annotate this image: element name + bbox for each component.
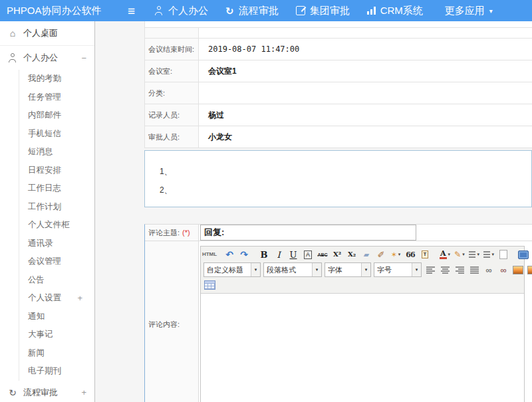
italic-button[interactable]: I <box>272 248 285 261</box>
comment-subject-input[interactable] <box>200 225 416 241</box>
quick-format-icon[interactable]: ✶▾ <box>389 248 402 261</box>
font-select[interactable]: 字体▾ <box>325 262 371 277</box>
unlink-icon[interactable]: ∞ <box>497 263 510 276</box>
sidebar-item[interactable]: 新闻 <box>19 344 94 363</box>
image-upload-icon[interactable] <box>526 263 532 276</box>
highlight-color-icon[interactable]: ✎▾ <box>453 248 466 261</box>
format-select[interactable]: 段落格式▾ <box>263 262 322 277</box>
undo-icon[interactable]: ↶ <box>223 248 236 261</box>
sidebar-item[interactable]: 电子期刊 <box>19 362 94 381</box>
sidebar-item[interactable]: 工作计划 <box>19 198 94 217</box>
sidebar-item[interactable]: 会议管理 <box>19 252 94 271</box>
blockquote-button[interactable]: 66 <box>404 248 417 261</box>
topbar-nav-item[interactable]: ↻流程审批 <box>217 0 287 21</box>
sidebar-item-label: 工作计划 <box>28 201 61 213</box>
meeting-content-box: 1、2、 <box>144 150 532 207</box>
strikethrough-button[interactable]: ABC <box>316 248 329 261</box>
sidebar-item-label: 电子期刊 <box>28 365 61 377</box>
sidebar-item[interactable]: 工作日志 <box>19 179 94 198</box>
form-row-value: 2019-08-07 11:47:00 <box>199 39 532 60</box>
sidebar-item-label: 个人设置 <box>28 292 61 304</box>
sidebar-item[interactable]: 个人设置+ <box>19 289 94 308</box>
sidebar-item-label: 日程安排 <box>28 165 61 176</box>
caret-down-icon: ▾ <box>477 252 479 257</box>
image-icon[interactable] <box>511 263 525 276</box>
table-icon[interactable] <box>203 278 217 292</box>
comment-subject-cell <box>199 225 532 241</box>
topbar-nav-item[interactable]: 集团审批 <box>287 0 358 21</box>
form-row-value <box>199 28 532 38</box>
flow-icon: ↻ <box>8 388 17 397</box>
superscript-button[interactable]: X² <box>331 248 344 261</box>
editor-toolbar: HTML↶↷BIUAABCX²X₂▰✐✶▾66TA▾✎▾▾▾ 自定义标题▾段落格… <box>201 247 524 294</box>
sidebar-item[interactable]: ⌂个人桌面 <box>0 21 94 46</box>
hamburger-menu-icon[interactable]: ≡ <box>128 5 135 17</box>
sidebar-item[interactable]: 大事记 <box>19 326 94 344</box>
sidebar-item[interactable]: 手机短信 <box>19 125 94 144</box>
select-value: 自定义标题 <box>204 263 251 276</box>
format-painter-icon[interactable]: ✐ <box>374 248 388 261</box>
align-left-icon[interactable] <box>424 263 437 276</box>
select-value: 字体 <box>325 263 361 276</box>
sidebar-item[interactable]: 日程安排 <box>19 161 94 180</box>
table-row-clipped <box>145 21 532 28</box>
table-row <box>145 28 532 39</box>
size-select[interactable]: 字号▾ <box>374 262 422 277</box>
form-row-value <box>199 82 532 104</box>
sidebar-item-label: 个人桌面 <box>23 27 58 39</box>
sidebar-item-label: 会议管理 <box>28 256 61 267</box>
sidebar-item[interactable]: 我的考勤 <box>19 70 94 88</box>
topbar-nav-item[interactable]: 更多应用▾ <box>432 0 501 21</box>
html-source-button[interactable]: HTML <box>203 248 216 261</box>
align-center-icon[interactable] <box>438 263 452 276</box>
sidebar-item[interactable]: 短消息 <box>19 143 94 161</box>
fullscreen-icon[interactable] <box>517 248 530 261</box>
expand-icon[interactable]: + <box>77 293 85 303</box>
sidebar-item[interactable]: 通知 <box>19 308 94 326</box>
sidebar-item-label: 手机短信 <box>28 128 61 140</box>
topbar-nav-item[interactable]: CRM系统 <box>358 0 432 21</box>
select-value: 字号 <box>374 263 412 276</box>
expand-icon[interactable]: + <box>81 387 89 397</box>
caret-down-icon: ▾ <box>489 7 493 15</box>
align-right-icon[interactable] <box>453 263 466 276</box>
redo-icon[interactable]: ↷ <box>237 248 251 261</box>
edit-icon <box>296 6 305 15</box>
comment-content-cell: HTML↶↷BIUAABCX²X₂▰✐✶▾66TA▾✎▾▾▾ 自定义标题▾段落格… <box>199 241 532 402</box>
sidebar-item[interactable]: 内部邮件 <box>19 106 94 125</box>
detail-table-rows: 会议结束时间:2019-08-07 11:47:00会议室:会议室1分类:记录人… <box>145 39 532 148</box>
heading-select[interactable]: 自定义标题▾ <box>203 262 261 277</box>
sidebar-item[interactable]: 个人办公− <box>0 46 94 70</box>
editor-content-area[interactable] <box>201 294 524 402</box>
form-row-label <box>145 28 199 38</box>
sidebar-item-label: 通讯录 <box>28 238 53 249</box>
sidebar-item[interactable]: 个人文件柜 <box>19 216 94 235</box>
topbar-nav-item[interactable]: 个人办公 <box>146 0 217 21</box>
unordered-list-icon[interactable]: ▾ <box>482 248 495 261</box>
topbar-nav-label: 集团审批 <box>310 5 350 17</box>
paste-word-icon[interactable]: T <box>418 248 432 261</box>
font-color-button[interactable]: A▾ <box>438 248 452 261</box>
bold-button[interactable]: B <box>257 248 271 261</box>
form-row-label: 会议结束时间: <box>145 39 199 60</box>
subscript-button[interactable]: X₂ <box>345 248 358 261</box>
remove-format-icon[interactable]: ▰ <box>360 248 373 261</box>
new-page-icon[interactable] <box>497 248 510 261</box>
font-style-button[interactable]: A <box>301 248 315 261</box>
underline-button[interactable]: U <box>287 248 300 261</box>
sidebar-item[interactable]: ↻流程审批+ <box>0 381 94 402</box>
link-icon[interactable]: ∞ <box>482 263 495 276</box>
sidebar-item[interactable]: 公告 <box>19 271 94 290</box>
justify-icon[interactable] <box>467 263 481 276</box>
sidebar-item-label: 流程审批 <box>23 387 58 399</box>
ordered-list-icon[interactable]: ▾ <box>467 248 481 261</box>
caret-down-icon: ▾ <box>312 263 321 276</box>
sidebar-item[interactable]: 任务管理 <box>19 88 94 107</box>
caret-down-icon: ▾ <box>398 252 401 257</box>
sidebar-item[interactable]: 通讯录 <box>19 235 94 253</box>
collapse-icon[interactable]: − <box>81 53 89 63</box>
sidebar-menu: ⌂个人桌面个人办公−我的考勤任务管理内部邮件手机短信短消息日程安排工作日志工作计… <box>0 21 94 402</box>
sidebar-item-label: 我的考勤 <box>28 73 61 84</box>
chart-icon <box>367 7 376 15</box>
person-icon <box>154 6 164 15</box>
